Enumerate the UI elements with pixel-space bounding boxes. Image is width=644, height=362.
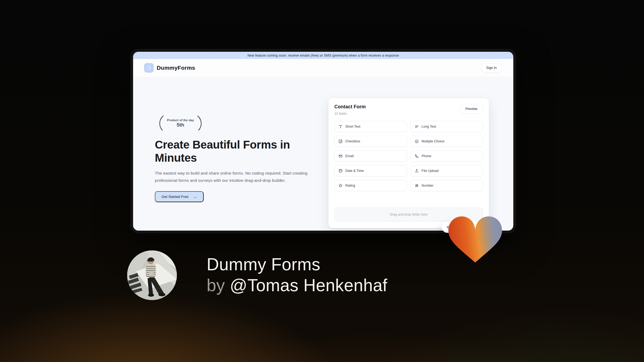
email-icon bbox=[338, 154, 343, 158]
site-header: DummyForms Sign In bbox=[133, 59, 513, 77]
upload-icon bbox=[415, 169, 419, 173]
form-title: Contact Form bbox=[334, 104, 366, 110]
hash-icon bbox=[415, 183, 419, 188]
field-label: Checkbox bbox=[345, 139, 360, 143]
brand-name: DummyForms bbox=[157, 65, 195, 71]
announcement-banner: New feature coming soon: receive emails … bbox=[133, 52, 513, 59]
get-started-button[interactable]: Get Started Free → bbox=[155, 191, 204, 202]
laurel-left-icon bbox=[155, 114, 164, 132]
announcement-text: New feature coming soon: receive emails … bbox=[247, 54, 399, 57]
field-type-rating[interactable]: Rating bbox=[334, 180, 407, 191]
field-label: Short Text bbox=[345, 125, 360, 128]
hero-description: The easiest way to build and share onlin… bbox=[155, 170, 309, 184]
field-type-date-time[interactable]: Date & Time bbox=[334, 165, 407, 176]
product-of-the-day-badge: Product of the day 5th bbox=[155, 114, 312, 132]
field-label: Email bbox=[345, 154, 354, 158]
field-label: Number bbox=[422, 184, 433, 187]
attribution-byline-prefix: by bbox=[207, 276, 225, 295]
logo-icon bbox=[144, 63, 154, 73]
field-type-checkbox[interactable]: Checkbox bbox=[334, 136, 407, 147]
preview-button[interactable]: Preview bbox=[460, 104, 483, 114]
field-count: 10 fields bbox=[334, 112, 366, 116]
multiple-choice-icon bbox=[415, 139, 419, 143]
avatar-photo bbox=[127, 250, 177, 300]
long-text-icon bbox=[415, 124, 419, 129]
award-rank: 5th bbox=[167, 122, 194, 128]
checkbox-icon bbox=[338, 139, 343, 143]
calendar-icon bbox=[338, 169, 343, 173]
field-type-file-upload[interactable]: File Upload bbox=[411, 165, 483, 176]
brand-logo[interactable]: DummyForms bbox=[144, 63, 195, 73]
attribution-author: @Tomas Henkenhaf bbox=[230, 276, 387, 295]
field-type-multiple-choice[interactable]: Multiple Choice bbox=[411, 136, 483, 147]
field-label: Multiple Choice bbox=[422, 139, 444, 143]
field-type-grid: Short Text Long Text Checkbox bbox=[334, 121, 483, 191]
field-type-long-text[interactable]: Long Text bbox=[411, 121, 483, 132]
dropzone-text: Drag and drop fields here bbox=[390, 213, 427, 216]
app-screen: New feature coming soon: receive emails … bbox=[133, 52, 513, 231]
field-type-number[interactable]: Number bbox=[411, 180, 483, 191]
hero-section: Product of the day 5th bbox=[155, 114, 312, 202]
field-type-phone[interactable]: Phone bbox=[411, 150, 483, 162]
field-label: Date & Time bbox=[345, 169, 364, 173]
attribution: Dummy Forms by @Tomas Henkenhaf bbox=[207, 254, 387, 296]
page-title: Create Beautiful Forms in Minutes bbox=[155, 138, 305, 164]
attribution-product-name: Dummy Forms bbox=[207, 254, 387, 275]
form-builder-card: Contact Form 10 fields Preview Short Tex… bbox=[328, 98, 489, 228]
short-text-icon bbox=[338, 124, 343, 129]
field-type-email[interactable]: Email bbox=[334, 150, 407, 162]
app-window: New feature coming soon: receive emails … bbox=[131, 49, 516, 233]
sign-in-button[interactable]: Sign In bbox=[481, 63, 502, 72]
cta-label: Get Started Free bbox=[162, 195, 189, 199]
arrow-right-icon: → bbox=[193, 194, 197, 199]
field-type-short-text[interactable]: Short Text bbox=[334, 121, 407, 132]
phone-icon bbox=[415, 154, 419, 158]
field-label: Rating bbox=[345, 184, 355, 187]
field-label: Phone bbox=[422, 154, 431, 158]
field-label: Long Text bbox=[422, 125, 436, 128]
field-label: File Upload bbox=[422, 169, 438, 173]
award-title: Product of the day bbox=[167, 119, 194, 122]
laurel-right-icon bbox=[196, 114, 206, 132]
star-icon bbox=[338, 183, 343, 188]
heart-icon bbox=[448, 216, 502, 265]
